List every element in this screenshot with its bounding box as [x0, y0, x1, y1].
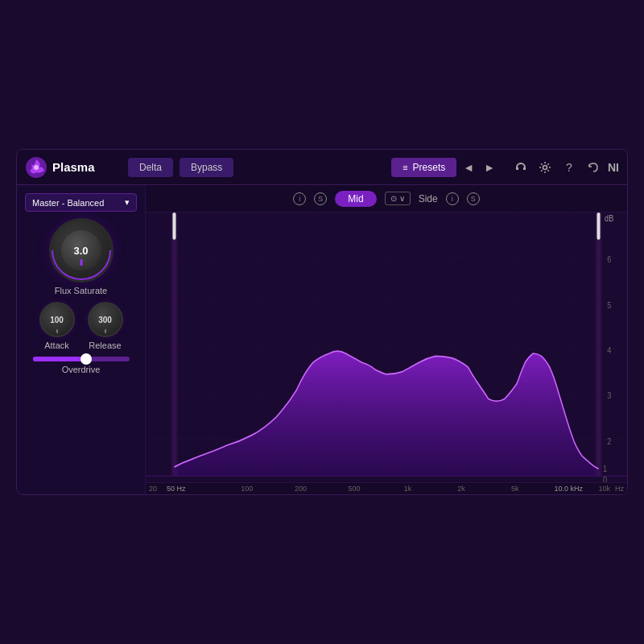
- release-label: Release: [89, 341, 121, 350]
- svg-rect-23: [595, 213, 601, 476]
- preset-select[interactable]: Master - Balanced ▾: [25, 193, 137, 212]
- link-icon: ⊙: [390, 194, 397, 203]
- release-indicator: [105, 329, 106, 333]
- presets-label: Presets: [413, 162, 446, 173]
- knob-value: 3.0: [73, 245, 88, 257]
- svg-point-2: [543, 165, 547, 169]
- svg-text:3: 3: [607, 391, 611, 401]
- logo-area: Plasma: [25, 156, 122, 179]
- freq-label-10k-short: 10k: [599, 485, 611, 493]
- preset-prev-button[interactable]: ◄: [460, 159, 477, 175]
- svg-text:2: 2: [607, 436, 611, 446]
- flux-saturate-knob-container: 3.0 Flux Saturate: [49, 218, 114, 295]
- freq-label-2k: 2k: [435, 485, 489, 493]
- svg-rect-24: [597, 213, 600, 240]
- svg-text:1: 1: [603, 464, 607, 473]
- attack-knob[interactable]: 100: [39, 302, 75, 337]
- question-icon: ?: [566, 161, 572, 174]
- side-label: Side: [419, 193, 438, 204]
- freq-label-500: 500: [328, 485, 382, 493]
- undo-icon: [587, 161, 600, 174]
- delta-button[interactable]: Delta: [128, 158, 173, 177]
- attack-indicator: [56, 329, 58, 333]
- svg-text:dB: dB: [605, 214, 613, 224]
- knob-indicator: [80, 259, 82, 266]
- release-value: 300: [98, 316, 112, 324]
- plasma-logo-icon: [25, 156, 47, 179]
- plugin-container: Plasma Delta Bypass ≡ Presets ◄ ►: [16, 149, 628, 495]
- eq-display: 6 5 4 3 2 1 0 dB 20 50 Hz 100 200 500 1k: [146, 213, 627, 494]
- freq-label-100: 100: [221, 485, 275, 493]
- preset-name: Master - Balanced: [32, 198, 104, 208]
- settings-button[interactable]: [535, 158, 555, 177]
- eq-controls-bar: i S Mid ⊙ ∨ Side i S: [146, 185, 627, 213]
- overdrive-thumb[interactable]: [80, 353, 92, 365]
- link-chevron: ∨: [399, 194, 405, 203]
- knob-inner: 3.0: [61, 230, 101, 270]
- overdrive-fill: [33, 357, 86, 361]
- attack-value: 100: [50, 316, 64, 324]
- attack-label: Attack: [44, 341, 69, 350]
- release-knob-container: 300 Release: [88, 302, 123, 350]
- logo-text: Plasma: [52, 160, 95, 174]
- freq-label-5k: 5k: [488, 485, 542, 493]
- dropdown-arrow: ▾: [125, 197, 130, 208]
- overdrive-slider[interactable]: [33, 357, 130, 361]
- link-button[interactable]: ⊙ ∨: [385, 192, 411, 205]
- header-icons: ? NI: [511, 158, 619, 177]
- overdrive-label: Overdrive: [62, 365, 101, 374]
- freq-label-10k: 10.0 kHz: [542, 485, 596, 493]
- gear-icon: [539, 161, 551, 174]
- freq-label-1k: 1k: [381, 485, 435, 493]
- freq-labels-bar: 20 50 Hz 100 200 500 1k 2k 5k 10.0 kHz 1…: [146, 482, 627, 494]
- presets-button[interactable]: ≡ Presets: [391, 158, 456, 177]
- svg-rect-20: [171, 213, 177, 476]
- attack-knob-container: 100 Attack: [39, 302, 75, 350]
- ni-logo: NI: [608, 161, 619, 174]
- svg-text:5: 5: [607, 300, 611, 310]
- bypass-button[interactable]: Bypass: [180, 158, 233, 177]
- header: Plasma Delta Bypass ≡ Presets ◄ ►: [17, 150, 627, 185]
- side-solo-badge[interactable]: S: [467, 192, 480, 205]
- undo-button[interactable]: [584, 158, 603, 177]
- left-panel: Master - Balanced ▾ 3.0 Flux Saturate: [17, 185, 146, 494]
- freq-label-200: 200: [274, 485, 328, 493]
- eq-svg: 6 5 4 3 2 1 0 dB: [146, 213, 627, 494]
- svg-rect-21: [172, 213, 175, 240]
- main-content: Master - Balanced ▾ 3.0 Flux Saturate: [17, 185, 627, 494]
- freq-label-hz: Hz: [615, 485, 624, 493]
- headphone-icon: [514, 161, 527, 174]
- svg-text:4: 4: [607, 346, 612, 356]
- help-button[interactable]: ?: [559, 158, 579, 177]
- svg-text:6: 6: [607, 255, 611, 265]
- mid-info-badge[interactable]: i: [293, 192, 306, 205]
- flux-saturate-label: Flux Saturate: [55, 286, 107, 295]
- flux-saturate-knob[interactable]: 3.0: [49, 218, 114, 283]
- mid-button[interactable]: Mid: [335, 191, 376, 207]
- right-area: i S Mid ⊙ ∨ Side i S: [146, 185, 627, 494]
- presets-icon: ≡: [402, 163, 407, 172]
- freq-label-20: 20: [149, 485, 157, 493]
- freq-label-50: 50 Hz: [160, 485, 221, 493]
- mid-solo-badge[interactable]: S: [314, 192, 327, 205]
- overdrive-section: Overdrive: [25, 357, 137, 374]
- headphone-button[interactable]: [511, 158, 530, 177]
- release-knob[interactable]: 300: [88, 302, 123, 337]
- svg-point-1: [34, 165, 39, 170]
- attack-release-section: 100 Attack 300 Release: [39, 302, 123, 350]
- presets-area: ≡ Presets ◄ ►: [391, 158, 498, 177]
- preset-next-button[interactable]: ►: [481, 159, 498, 175]
- side-info-badge[interactable]: i: [446, 192, 459, 205]
